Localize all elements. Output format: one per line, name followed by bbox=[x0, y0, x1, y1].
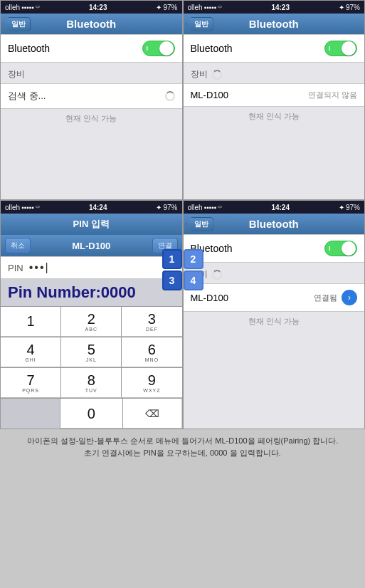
step-4: 4 bbox=[184, 271, 203, 290]
spinner-tl bbox=[165, 91, 175, 101]
nav-bar-bl: PIN 입력 bbox=[1, 214, 182, 235]
toggle-knob-tl bbox=[159, 41, 174, 56]
wifi-tr: ⌔ bbox=[218, 4, 222, 11]
key-2[interactable]: 2 ABC bbox=[61, 307, 122, 337]
battery-tl: 97% bbox=[163, 4, 177, 11]
bluetooth-toggle-row-tr[interactable]: Bluetooth I bbox=[184, 34, 365, 63]
delete-icon: ⌫ bbox=[145, 408, 159, 419]
keypad-row-3: 7 PQRS 8 TUV 9 WXYZ bbox=[1, 367, 182, 398]
bluetooth-toggle-row-tl[interactable]: Bluetooth I bbox=[1, 34, 182, 63]
searching-row-tl: 검색 중... bbox=[1, 83, 182, 109]
devices-section-tl: 장비 bbox=[1, 63, 182, 83]
bluetooth-toggle-tl[interactable]: I bbox=[142, 41, 175, 56]
wifi-br: ⌔ bbox=[218, 204, 222, 211]
screen-top-left: olleh ▪▪▪▪▪ ⌔ 14:23 ✦ 97% 일반 Bluetooth B… bbox=[0, 0, 183, 200]
toggle-knob-br bbox=[342, 241, 356, 256]
pin-label: PIN bbox=[8, 263, 23, 273]
bluetooth-label-tl: Bluetooth bbox=[8, 43, 50, 54]
keypad-row-2: 4 GHI 5 JKL 6 MNO bbox=[1, 337, 182, 367]
nav-bar-tr: 일반 Bluetooth bbox=[184, 14, 365, 34]
recognition-tr: 현재 인식 가능 bbox=[184, 107, 365, 126]
nav-title-tl: Bluetooth bbox=[66, 18, 116, 30]
pin-input-row[interactable]: PIN •••| bbox=[1, 256, 182, 279]
pin-entry-title: PIN 입력 bbox=[73, 218, 110, 231]
status-bar-tl: olleh ▪▪▪▪▪ ⌔ 14:23 ✦ 97% bbox=[1, 1, 182, 14]
key-0[interactable]: 0 bbox=[60, 399, 123, 429]
bottom-text: 아이폰의 설정-일반-블루투스 순서로 메뉴에 들어가서 ML-D100을 페어… bbox=[0, 429, 365, 464]
toggle-label-br: I bbox=[329, 245, 331, 252]
carrier-br: olleh bbox=[188, 204, 203, 211]
bluetooth-label-tr: Bluetooth bbox=[191, 43, 233, 54]
key-7[interactable]: 7 PQRS bbox=[1, 368, 61, 398]
screen-grid: olleh ▪▪▪▪▪ ⌔ 14:23 ✦ 97% 일반 Bluetooth B… bbox=[0, 0, 365, 429]
carrier-bl: olleh bbox=[5, 204, 20, 211]
content-tr: Bluetooth I 장비 ML-D100 연결되지 않음 현재 인식 가능 bbox=[184, 34, 365, 197]
bluetooth-toggle-br[interactable]: I bbox=[324, 241, 357, 256]
bluetooth-toggle-tr[interactable]: I bbox=[324, 41, 357, 56]
key-1[interactable]: 1 bbox=[1, 307, 61, 337]
battery-tr: 97% bbox=[346, 4, 360, 11]
device-name-br: ML-D100 bbox=[191, 293, 228, 303]
key-5[interactable]: 5 JKL bbox=[61, 337, 122, 367]
wifi-bl: ⌔ bbox=[36, 204, 40, 211]
key-8[interactable]: 8 TUV bbox=[61, 368, 122, 398]
key-4[interactable]: 4 GHI bbox=[1, 337, 61, 367]
spinner-br bbox=[212, 270, 222, 280]
devices-label-tl: 장비 bbox=[8, 68, 25, 80]
carrier-tl: olleh bbox=[5, 4, 20, 11]
toggle-label-tl: I bbox=[147, 45, 149, 52]
signal-tl: ▪▪▪▪▪ bbox=[21, 4, 34, 11]
bt-icon-tr: ✦ bbox=[339, 4, 344, 11]
carrier-tr: olleh bbox=[188, 4, 203, 11]
step-2: 2 bbox=[184, 249, 203, 269]
bt-icon-bl: ✦ bbox=[156, 204, 162, 211]
recognition-tl: 현재 인식 가능 bbox=[1, 109, 182, 128]
nav-title-tr: Bluetooth bbox=[249, 18, 299, 30]
nav-title-br: Bluetooth bbox=[249, 218, 299, 230]
device-row-tr[interactable]: ML-D100 연결되지 않음 bbox=[184, 83, 365, 107]
gray-space-tl bbox=[1, 128, 182, 199]
signal-tr: ▪▪▪▪▪ bbox=[204, 4, 217, 11]
device-row-br[interactable]: ML-D100 연결됨 › bbox=[184, 283, 365, 312]
content-br: Bluetooth I 장비 ML-D100 연결됨 › 현재 인식 가능 bbox=[184, 234, 365, 402]
key-9[interactable]: 9 WXYZ bbox=[122, 368, 181, 398]
step-1: 1 bbox=[162, 249, 182, 269]
status-bar-br: olleh ▪▪▪▪▪ ⌔ 14:24 ✦ 97% bbox=[184, 201, 365, 214]
step-3: 3 bbox=[162, 271, 182, 290]
device-status-tr: 연결되지 않음 bbox=[308, 90, 357, 100]
pin-dots: •••| bbox=[29, 261, 50, 274]
back-button-tl[interactable]: 일반 bbox=[4, 17, 31, 31]
keypad-row-1: 1 2 ABC 3 DEF bbox=[1, 306, 182, 337]
recognition-br: 현재 인식 가능 bbox=[184, 312, 365, 331]
devices-section-tr: 장비 bbox=[184, 63, 365, 83]
screen-top-right: olleh ▪▪▪▪▪ ⌔ 14:23 ✦ 97% 일반 Bluetooth B… bbox=[183, 0, 366, 200]
time-tr: 14:23 bbox=[271, 4, 290, 11]
screen-bottom-left: olleh ▪▪▪▪▪ ⌔ 14:24 ✦ 97% PIN 입력 취소 ML-D… bbox=[0, 200, 183, 429]
pin-title-row: 취소 ML-D100 연결 bbox=[1, 235, 182, 256]
signal-bl: ▪▪▪▪▪ bbox=[21, 204, 34, 211]
screen-bottom-right: olleh ▪▪▪▪▪ ⌔ 14:24 ✦ 97% 일반 Bluetooth B… bbox=[183, 200, 366, 429]
content-tl: Bluetooth I 장비 검색 중... 현재 인식 가능 bbox=[1, 34, 182, 199]
key-6[interactable]: 6 MNO bbox=[122, 337, 181, 367]
key-3[interactable]: 3 DEF bbox=[122, 307, 181, 337]
time-br: 14:24 bbox=[271, 204, 290, 211]
toggle-label-tr: I bbox=[329, 45, 331, 52]
back-button-br[interactable]: 일반 bbox=[186, 217, 213, 231]
steps-overlay: 1 2 3 4 bbox=[162, 249, 203, 290]
key-delete[interactable]: ⌫ bbox=[123, 399, 182, 429]
cancel-button[interactable]: 취소 bbox=[5, 238, 31, 253]
bluetooth-toggle-row-br[interactable]: Bluetooth I bbox=[184, 234, 365, 263]
device-name-tr: ML-D100 bbox=[191, 90, 228, 100]
key-empty bbox=[1, 399, 60, 429]
toggle-knob-tr bbox=[342, 41, 356, 56]
wifi-tl: ⌔ bbox=[36, 4, 40, 11]
back-button-tr[interactable]: 일반 bbox=[186, 17, 213, 31]
battery-br: 97% bbox=[346, 204, 360, 211]
nav-bar-tl: 일반 Bluetooth bbox=[1, 14, 182, 34]
bottom-line-2: 초기 연결시에는 PIN을 요구하는데, 0000 을 입력합니다. bbox=[7, 447, 358, 459]
nav-bar-br: 일반 Bluetooth bbox=[184, 214, 365, 234]
time-tl: 14:23 bbox=[89, 4, 107, 11]
pin-device-name: ML-D100 bbox=[72, 241, 110, 251]
connected-chevron-icon[interactable]: › bbox=[342, 290, 357, 305]
devices-label-tr: 장비 bbox=[191, 68, 208, 80]
